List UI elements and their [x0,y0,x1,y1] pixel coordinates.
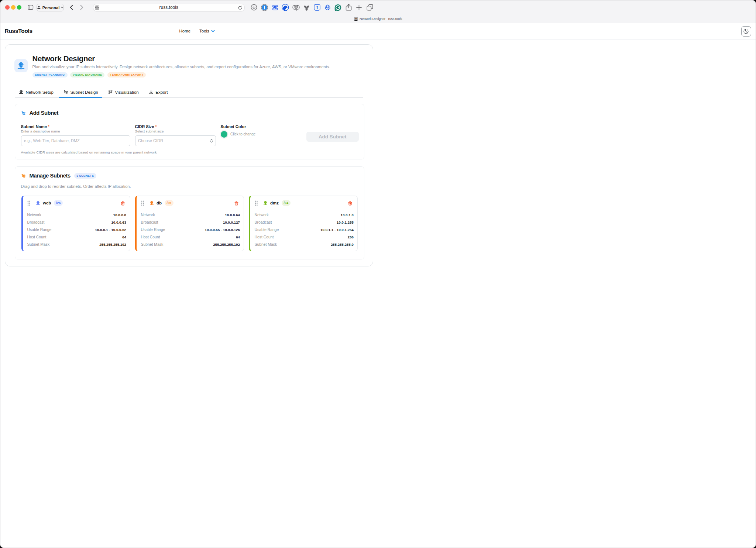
color-swatch[interactable] [221,131,228,138]
tab-subnet-design[interactable]: Subnet Design [59,87,102,97]
detail-row-subnet-mask: Subnet Mask255.255.255.192 [27,241,127,248]
trash-icon[interactable] [120,201,125,206]
subnet-color-label: Subnet Color [221,124,256,129]
subnet-card-web: web /26 Network10.0.0.0 Broadcast10.0.0.… [21,196,131,251]
subnet-name-input[interactable]: e.g., Web Tier, Database, DMZ [21,135,131,146]
tab-overview-button[interactable] [366,4,373,11]
detail-row-host-count: Host Count256 [255,234,354,241]
ghostery-extension-button[interactable] [272,4,279,11]
tab-title: Network Designer - russ.tools [360,17,378,21]
swatch-row: Click to change [221,131,256,138]
drag-handle-icon[interactable] [255,200,258,206]
subnet-card-db: db /26 Network10.0.0.64 Broadcast10.0.0.… [135,196,244,251]
tool-icon [14,59,28,72]
badge-row: SUBNET PLANNING VISUAL DIAGRAMS TERRAFOR… [32,72,330,77]
trash-icon[interactable] [348,201,353,206]
subnet-details: Network10.0.0.64 Broadcast10.0.0.127 Usa… [141,211,240,248]
required-asterisk: * [48,125,49,129]
plus-icon [356,5,362,10]
subnet-count-badge: 3 SUBNETS [74,173,96,179]
detail-row-broadcast: Broadcast10.0.0.63 [27,219,127,226]
nav-tools[interactable]: Tools [199,29,215,33]
chevron-left-icon [70,5,73,10]
onepassword-icon [261,4,268,11]
badge-terraform-export: TERRAFORM EXPORT [107,72,146,77]
new-tab-button[interactable] [356,4,362,11]
field-label-text: CIDR Size [135,124,154,129]
instapaper-extension-button[interactable]: I [314,4,320,11]
cidr-badge: /26 [54,200,63,206]
profile-label: Personal [42,6,59,10]
brand-logo[interactable]: RussTools [5,28,32,34]
network-designer-card: Network Designer Plan and visualize your… [5,44,373,266]
subnet-card-header: web /26 [23,199,130,207]
cidr-size-field: CIDR Size * Select subnet size Choose CI… [135,124,216,146]
site-header: RussTools Home Tools [0,23,378,39]
network-icon [36,201,40,205]
manage-subnets-title: Manage Subnets [30,173,71,179]
tab-network-setup[interactable]: Network Setup [15,87,58,97]
network-icon [150,201,154,205]
section-header: Manage Subnets 3 SUBNETS [21,173,96,179]
cidr-size-select[interactable]: Choose CIDR [135,135,216,146]
sidebar-toggle-button[interactable] [27,4,34,10]
svg-text:I: I [316,5,318,10]
subnet-name: db [157,201,162,205]
subnet-details: Network10.0.1.0 Broadcast10.0.1.255 Usab… [255,211,354,248]
drag-handle-icon[interactable] [141,200,144,206]
tab-bar[interactable]: Network Designer - russ.tools [0,15,378,23]
subnet-card-dmz: dmz /24 Network10.0.1.0 Broadcast10.0.1.… [249,196,358,251]
reload-icon [238,6,242,10]
field-label-text: Subnet Name [21,124,47,129]
profile-button[interactable]: Personal [37,4,64,11]
add-subnet-card: Add Subnet Subnet Name * Enter a descrip… [15,104,364,159]
trash-icon[interactable] [234,201,239,206]
sidebar-icon [28,5,34,10]
network-icon [19,90,24,94]
forward-button[interactable] [79,4,84,10]
onepassword-extension-button[interactable] [261,4,268,11]
window-zoom-button[interactable] [17,5,21,10]
nav-home[interactable]: Home [179,29,191,33]
subnet-name-placeholder: e.g., Web Tier, Database, DMZ [24,138,80,143]
subtask-icon [21,173,26,178]
nav-tools-label: Tools [199,29,209,33]
page-description: Plan and visualize your IP subnets inter… [32,64,330,70]
address-bar[interactable]: russ.tools [93,4,245,11]
cube-extension-button[interactable] [324,4,331,11]
back-button[interactable] [69,4,74,10]
section-header: Add Subnet [21,110,59,116]
grammarly-icon [334,4,341,11]
tab-visualization[interactable]: Visualization [104,87,143,97]
network-icon [263,201,268,205]
tab-export[interactable]: Export [144,87,172,97]
subnet-name: web [43,201,51,205]
cidr-badge: /24 [282,200,291,206]
bear-extension-button[interactable] [282,4,289,11]
subnet-card-header: db /26 [137,199,244,207]
drag-handle-icon[interactable] [27,200,31,206]
window-minimize-button[interactable] [11,5,16,10]
page-menu-button[interactable] [95,6,100,10]
subnet-details: Network10.0.0.0 Broadcast10.0.0.63 Usabl… [27,211,127,248]
required-asterisk: * [155,125,157,129]
badge-subnet-planning: SUBNET PLANNING [32,72,68,77]
mammoth-extension-button[interactable] [292,4,300,11]
share-icon [346,4,352,11]
downloads-button[interactable] [251,4,257,11]
subtask-icon [21,111,26,116]
subnet-name-description: Enter a descriptive name [21,129,131,134]
detail-row-usable-range: Usable Range10.0.0.1 - 10.0.0.62 [27,226,127,234]
petals-extension-button[interactable] [303,4,310,11]
safari-window: Personal russ.tools [0,0,378,274]
download-icon [149,90,154,94]
mammoth-icon [292,4,300,11]
detail-row-subnet-mask: Subnet Mask255.255.255.192 [141,241,240,248]
add-subnet-title: Add Subnet [30,110,59,116]
window-close-button[interactable] [5,5,10,10]
subnet-name: dmz [270,201,279,205]
grammarly-extension-button[interactable] [334,4,341,11]
add-subnet-button[interactable]: Add Subnet [306,132,359,142]
reload-button[interactable] [238,5,243,10]
share-button[interactable] [346,4,352,11]
